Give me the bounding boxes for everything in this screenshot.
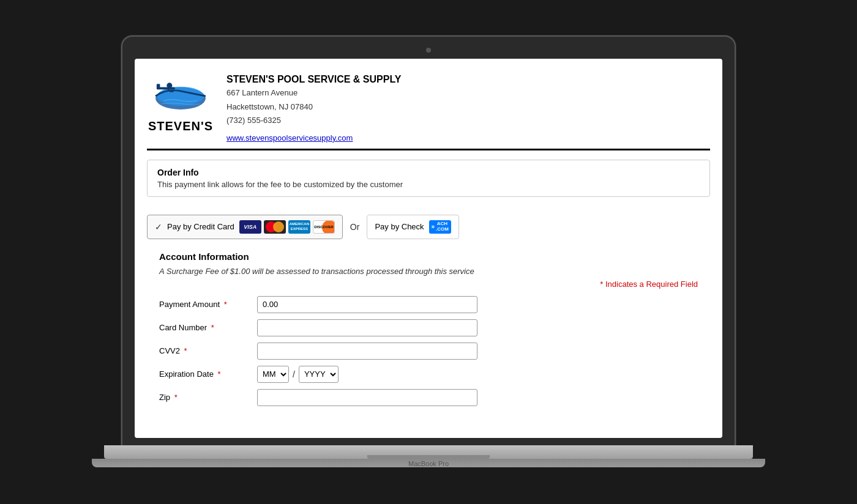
- pay-credit-card-button[interactable]: ✓ Pay by Credit Card VISA: [147, 215, 343, 239]
- payment-buttons-row: ✓ Pay by Credit Card VISA: [147, 215, 710, 239]
- expiry-row: MM 010203 040506 070809 101112 / YYYY 20: [257, 366, 339, 383]
- cvv2-label: CVV2 *: [159, 346, 257, 355]
- payment-methods-section: ✓ Pay by Credit Card VISA: [147, 206, 710, 421]
- payment-amount-label: Payment Amount *: [159, 300, 257, 309]
- svg-rect-3: [157, 84, 160, 89]
- card-number-label: Card Number *: [159, 323, 257, 332]
- required-notice: * Indicates a Required Field: [159, 280, 698, 289]
- zip-label: Zip *: [159, 393, 257, 402]
- mastercard-icon: [264, 220, 286, 234]
- laptop-screen-inner: STEVEN'S STEVEN'S POOL SERVICE & SUPPLY …: [135, 59, 722, 438]
- card-number-row: Card Number *: [159, 319, 698, 336]
- or-separator: Or: [350, 222, 360, 232]
- zip-input[interactable]: [257, 389, 477, 406]
- order-info-desc: This payment link allows for the fee to …: [157, 180, 700, 189]
- svg-rect-2: [159, 87, 175, 90]
- ach-icon: » ACH .COM: [429, 220, 451, 234]
- checkmark-icon: ✓: [155, 222, 162, 232]
- cvv2-row: CVV2 *: [159, 343, 698, 360]
- expiry-slash: /: [293, 369, 295, 379]
- laptop-wrapper: STEVEN'S STEVEN'S POOL SERVICE & SUPPLY …: [92, 37, 765, 467]
- zip-row: Zip *: [159, 389, 698, 406]
- brand-text: STEVEN'S: [148, 119, 213, 133]
- svg-point-1: [157, 87, 204, 106]
- logo-image: [150, 71, 211, 117]
- laptop-screen-outer: STEVEN'S STEVEN'S POOL SERVICE & SUPPLY …: [122, 37, 735, 445]
- discover-icon: DISCOVER: [313, 220, 335, 234]
- company-address-line2: Hackettstown, NJ 07840: [226, 101, 401, 113]
- logo-area: STEVEN'S: [147, 71, 214, 133]
- pay-credit-card-label: Pay by Credit Card: [167, 222, 234, 231]
- svg-point-4: [167, 83, 172, 88]
- company-name: STEVEN'S POOL SERVICE & SUPPLY: [226, 74, 401, 85]
- account-info-title: Account Information: [159, 251, 698, 262]
- company-address-line1: 667 Lantern Avenue: [226, 87, 401, 99]
- expiry-month-select[interactable]: MM 010203 040506 070809 101112: [257, 366, 289, 383]
- expiration-label: Expiration Date *: [159, 369, 257, 379]
- expiry-year-select[interactable]: YYYY 202420252026 202720282029 203020312…: [299, 366, 339, 383]
- order-info-title: Order Info: [157, 168, 700, 177]
- card-icons: VISA AMERICAN: [239, 220, 335, 234]
- header: STEVEN'S STEVEN'S POOL SERVICE & SUPPLY …: [135, 59, 722, 149]
- payment-amount-input[interactable]: [257, 296, 477, 313]
- page-content: STEVEN'S STEVEN'S POOL SERVICE & SUPPLY …: [135, 59, 722, 421]
- pay-check-button[interactable]: Pay by Check » ACH .COM: [367, 215, 458, 239]
- expiration-row: Expiration Date * MM 010203 040506 07080…: [159, 366, 698, 383]
- laptop-camera: [426, 48, 431, 53]
- laptop-base: [104, 445, 753, 459]
- card-number-input[interactable]: [257, 319, 477, 336]
- laptop-bottom-bar: MacBook Pro: [92, 459, 765, 467]
- visa-icon: VISA: [239, 220, 261, 234]
- company-website[interactable]: www.stevenspoolservicesupply.com: [226, 133, 401, 143]
- header-divider: [147, 149, 710, 150]
- required-notice-text: Indicates a Required Field: [605, 280, 698, 289]
- surcharge-notice: A Surcharge Fee of $1.00 will be assesse…: [159, 267, 698, 276]
- laptop-model-label: MacBook Pro: [92, 459, 765, 467]
- order-info-box: Order Info This payment link allows for …: [147, 160, 710, 197]
- payment-amount-row: Payment Amount *: [159, 296, 698, 313]
- company-info: STEVEN'S POOL SERVICE & SUPPLY 667 Lante…: [226, 71, 401, 143]
- amex-icon: AMERICAN EXPRESS: [288, 220, 310, 234]
- company-phone: (732) 555-6325: [226, 114, 401, 127]
- account-info-section: Account Information A Surcharge Fee of $…: [159, 251, 698, 406]
- pay-check-label: Pay by Check: [375, 222, 424, 231]
- cvv2-input[interactable]: [257, 343, 477, 360]
